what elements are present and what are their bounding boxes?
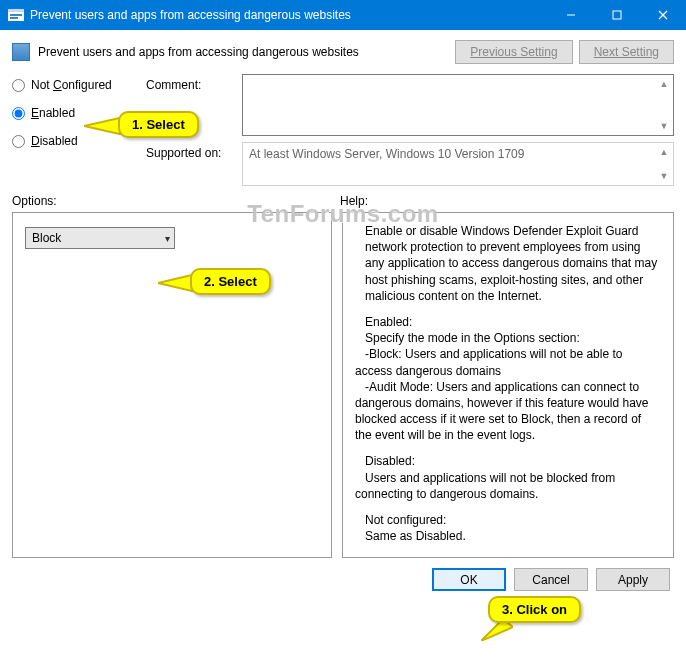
supported-on-label: Supported on: — [146, 142, 232, 160]
help-text: Same as Disabled. — [355, 529, 466, 543]
scroll-up-icon[interactable]: ▲ — [657, 145, 671, 159]
help-panel: Enable or disable Windows Defender Explo… — [342, 212, 674, 558]
comment-textarea[interactable]: ▲ ▼ — [242, 74, 674, 136]
help-label: Help: — [340, 194, 368, 208]
help-nc-heading: Not configured: — [355, 513, 446, 527]
scroll-down-icon[interactable]: ▼ — [657, 169, 671, 183]
help-text: Enable or disable Windows Defender Explo… — [355, 223, 661, 304]
annotation-2: 2. Select — [190, 268, 271, 295]
radio-disabled[interactable]: Disabled — [12, 134, 132, 148]
maximize-button[interactable] — [594, 0, 640, 30]
comment-label: Comment: — [146, 74, 232, 92]
scroll-down-icon[interactable]: ▼ — [657, 119, 671, 133]
dialog-button-row: OK Cancel Apply — [12, 568, 674, 591]
annotation-1: 1. Select — [118, 111, 199, 138]
window-controls — [548, 0, 686, 30]
dropdown-value: Block — [32, 231, 61, 245]
help-enabled-heading: Enabled: — [355, 315, 412, 329]
supported-on-value: At least Windows Server, Windows 10 Vers… — [242, 142, 674, 186]
help-text: -Block: Users and applications will not … — [355, 347, 622, 377]
policy-title: Prevent users and apps from accessing da… — [38, 45, 359, 59]
options-dropdown[interactable]: Block ▾ — [25, 227, 175, 249]
supported-on-text: At least Windows Server, Windows 10 Vers… — [249, 147, 524, 161]
ok-button[interactable]: OK — [432, 568, 506, 591]
policy-icon — [12, 43, 30, 61]
options-panel: Block ▾ — [12, 212, 332, 558]
help-text: Specify the mode in the Options section: — [355, 331, 580, 345]
apply-button[interactable]: Apply — [596, 568, 670, 591]
svg-rect-1 — [8, 9, 24, 12]
help-disabled-heading: Disabled: — [355, 454, 415, 468]
previous-setting-button[interactable]: Previous Setting — [455, 40, 572, 64]
annotation-3: 3. Click on — [488, 596, 581, 623]
help-text: Users and applications will not be block… — [355, 471, 615, 501]
options-label: Options: — [12, 194, 340, 208]
next-setting-button[interactable]: Next Setting — [579, 40, 674, 64]
window-title: Prevent users and apps from accessing da… — [30, 8, 351, 22]
svg-rect-3 — [10, 17, 18, 19]
scroll-up-icon[interactable]: ▲ — [657, 77, 671, 91]
help-text: -Audit Mode: Users and applications can … — [355, 380, 649, 443]
radio-not-configured[interactable]: Not Configured — [12, 78, 132, 92]
header-row: Prevent users and apps from accessing da… — [12, 40, 674, 64]
svg-rect-2 — [10, 14, 22, 16]
minimize-button[interactable] — [548, 0, 594, 30]
chevron-down-icon: ▾ — [165, 233, 170, 244]
titlebar: Prevent users and apps from accessing da… — [0, 0, 686, 30]
svg-rect-5 — [613, 11, 621, 19]
close-button[interactable] — [640, 0, 686, 30]
cancel-button[interactable]: Cancel — [514, 568, 588, 591]
policy-window-icon — [8, 7, 24, 23]
